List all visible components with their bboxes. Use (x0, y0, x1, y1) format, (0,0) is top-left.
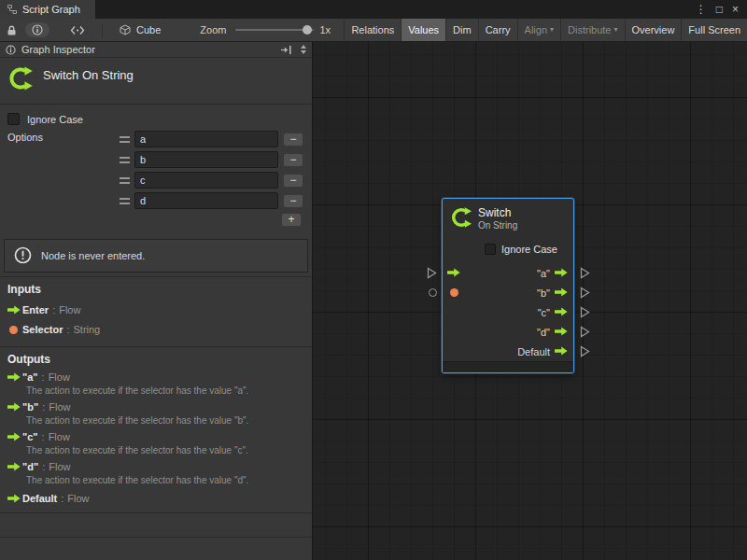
port-row-a: "a" (443, 263, 573, 283)
switch-on-string-node[interactable]: Switch On String Ignore Case "a" (442, 198, 574, 373)
close-icon[interactable]: × (732, 3, 739, 16)
node-subtitle: On String (478, 220, 517, 231)
flow-output-connector[interactable] (580, 287, 590, 301)
flow-output-connector[interactable] (580, 306, 590, 320)
flow-arrow-icon (7, 305, 22, 315)
option-row: − (120, 172, 302, 189)
flow-arrow-icon (7, 462, 22, 471)
align-button[interactable]: Align▾ (517, 19, 560, 41)
port-row-default: Default (443, 342, 573, 361)
relations-button[interactable]: Relations (344, 19, 401, 41)
node-header: Switch On String (443, 199, 573, 238)
remove-option-button[interactable]: − (283, 194, 303, 208)
input-port-enter: Enter : Flow (7, 304, 80, 315)
add-option-button[interactable]: + (281, 213, 302, 227)
overview-button[interactable]: Overview (625, 19, 682, 41)
zoom-slider-knob[interactable] (303, 25, 312, 35)
option-row: − (120, 192, 302, 209)
flow-output-icon[interactable] (555, 268, 568, 279)
inspector-title-block: Switch On String (0, 58, 312, 105)
port-description: The action to execute if the selector ha… (26, 415, 248, 426)
node-title: Switch (478, 206, 517, 219)
flow-output-icon[interactable] (555, 346, 568, 357)
flow-output-connector[interactable] (580, 345, 590, 359)
options-label: Options (7, 132, 43, 143)
port-description: The action to execute if the selector ha… (26, 385, 248, 396)
inspector-header: Graph Inspector (0, 42, 312, 58)
port-label: "c" (538, 307, 550, 318)
port-row-c: "c" (443, 302, 573, 322)
graph-canvas[interactable]: Switch On String Ignore Case "a" (313, 42, 747, 560)
node-ignore-case-checkbox[interactable] (485, 244, 496, 255)
code-icon[interactable] (70, 25, 85, 35)
flow-output-icon[interactable] (555, 327, 568, 338)
selector-input-icon[interactable] (450, 288, 458, 297)
carry-button[interactable]: Carry (478, 19, 517, 41)
switch-unit-icon (7, 65, 34, 93)
chevron-down-icon: ▾ (614, 26, 618, 34)
divider (0, 276, 312, 277)
remove-option-button[interactable]: − (283, 174, 303, 188)
titlebar: Script Graph ⋮ □ × (0, 0, 747, 19)
drag-handle-icon[interactable] (120, 136, 130, 143)
drag-handle-icon[interactable] (120, 157, 130, 163)
warning-text: Node is never entered. (41, 250, 145, 261)
flow-output-icon[interactable] (555, 287, 568, 299)
option-input-c[interactable] (134, 172, 278, 189)
window-menu-icon[interactable]: ⋮ (696, 3, 707, 16)
lock-icon[interactable] (7, 24, 17, 36)
input-port-selector: Selector : String (7, 324, 100, 335)
collapse-expand-icon[interactable] (301, 45, 306, 54)
zoom-slider[interactable] (235, 24, 314, 35)
target-selector[interactable]: Cube (120, 24, 161, 35)
ignore-case-label: Ignore Case (27, 114, 83, 125)
value-input-connector[interactable] (429, 288, 437, 297)
info-toggle-button[interactable] (25, 22, 49, 37)
target-label: Cube (136, 24, 161, 35)
inputs-section-header: Inputs (7, 283, 41, 296)
info-icon (32, 24, 43, 35)
drag-handle-icon[interactable] (120, 177, 130, 184)
divider (0, 537, 312, 538)
flow-arrow-icon (7, 372, 22, 382)
window-controls: ⋮ □ × (687, 0, 747, 19)
graph-inspector-panel: Graph Inspector Switch On String Ignore … (0, 42, 313, 560)
unity-visual-scripting-window: Script Graph ⋮ □ × Cube Zoom 1 (0, 0, 747, 560)
flow-arrow-icon (7, 494, 22, 503)
option-input-a[interactable] (134, 131, 278, 147)
fullscreen-button[interactable]: Full Screen (681, 19, 747, 41)
remove-option-button[interactable]: − (283, 133, 303, 147)
flow-output-connector[interactable] (580, 267, 590, 281)
flow-output-icon[interactable] (555, 307, 568, 318)
distribute-button[interactable]: Distribute▾ (560, 19, 624, 41)
drag-handle-icon[interactable] (120, 198, 130, 204)
maximize-icon[interactable]: □ (716, 3, 723, 16)
output-port-b: "b" : Flow The action to execute if the … (7, 401, 248, 426)
option-row: − (120, 151, 302, 168)
port-row-b: "b" (443, 283, 573, 302)
node-ignore-case-row: Ignore Case (443, 238, 573, 260)
flow-input-connector[interactable] (427, 267, 437, 281)
values-button[interactable]: Values (401, 19, 445, 41)
flow-output-connector[interactable] (580, 326, 590, 340)
port-label: "a" (537, 268, 550, 279)
flow-arrow-icon (7, 432, 22, 441)
port-description: The action to execute if the selector ha… (26, 445, 248, 455)
dock-panel-icon[interactable] (280, 45, 292, 55)
switch-unit-icon (450, 206, 472, 231)
ignore-case-checkbox[interactable] (7, 113, 20, 125)
dim-button[interactable]: Dim (445, 19, 478, 41)
option-input-b[interactable] (134, 151, 278, 168)
tab-script-graph[interactable]: Script Graph (0, 0, 95, 19)
remove-option-button[interactable]: − (283, 153, 303, 167)
option-input-d[interactable] (134, 192, 278, 209)
ignore-case-row: Ignore Case (7, 113, 83, 125)
zoom-value: 1x (319, 24, 331, 35)
flow-input-icon[interactable] (447, 268, 460, 279)
inspector-title: Switch On String (43, 68, 134, 82)
port-description: The action to execute if the selector ha… (26, 475, 248, 485)
port-label: "b" (537, 287, 550, 299)
toolbar-separator (102, 23, 103, 37)
port-label: Default (517, 346, 550, 357)
output-port-c: "c" : Flow The action to execute if the … (7, 431, 248, 455)
